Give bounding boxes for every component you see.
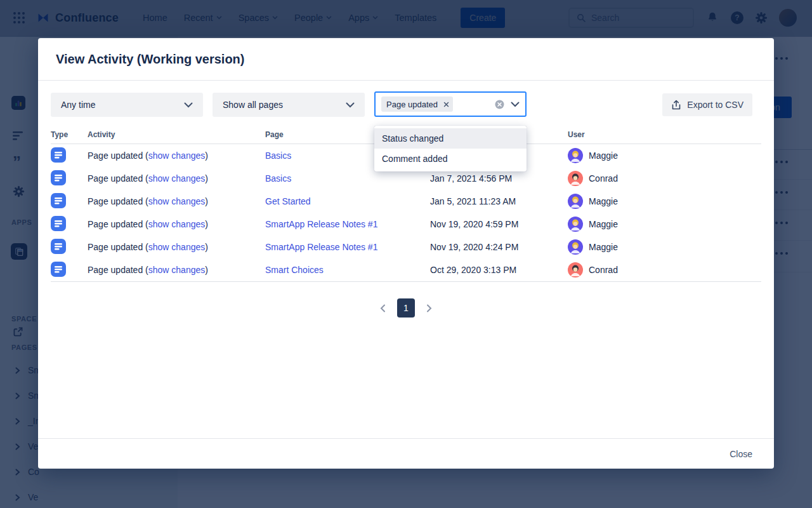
view-activity-modal: View Activity (Working version) Any time…	[38, 38, 774, 469]
clear-select-icon[interactable]	[495, 100, 504, 109]
date-cell: Oct 29, 2020 3:13 PM	[430, 265, 568, 275]
show-changes-link[interactable]: show changes	[148, 196, 206, 206]
page-number-button[interactable]: 1	[397, 298, 415, 318]
activity-tag[interactable]: Page updated	[381, 97, 453, 112]
chevron-down-icon	[511, 102, 520, 107]
time-filter-select[interactable]: Any time	[51, 93, 203, 117]
show-changes-link[interactable]: show changes	[148, 265, 206, 275]
user-name: Maggie	[589, 196, 618, 206]
chevron-down-icon	[346, 102, 355, 108]
activity-type-multiselect[interactable]: Page updated	[374, 91, 527, 117]
user-avatar	[568, 239, 583, 255]
table-row: Page updated (show changes) SmartApp Rel…	[51, 236, 761, 258]
prev-page-icon[interactable]	[377, 302, 388, 315]
col-header-activity: Activity	[88, 130, 265, 139]
remove-tag-icon[interactable]	[442, 100, 450, 109]
show-changes-link[interactable]: show changes	[148, 242, 206, 252]
table-row: Page updated (show changes) Get Started …	[51, 190, 761, 213]
modal-footer: Close	[38, 438, 774, 469]
pagination: 1	[38, 298, 774, 318]
table-row: Page updated (show changes) SmartApp Rel…	[51, 213, 761, 236]
user-name: Conrad	[589, 265, 618, 275]
modal-title: View Activity (Working version)	[56, 52, 244, 67]
user-avatar	[568, 148, 583, 163]
user-avatar	[568, 217, 583, 232]
table-row: Page updated (show changes) Smart Choice…	[51, 258, 761, 281]
activity-type-dropdown-menu: Status changed Comment added	[374, 126, 527, 171]
date-cell: Nov 19, 2020 4:24 PM	[430, 242, 568, 252]
user-name: Conrad	[589, 173, 618, 184]
modal-header: View Activity (Working version)	[38, 38, 774, 81]
show-changes-link[interactable]: show changes	[148, 219, 206, 229]
page-type-icon	[51, 193, 66, 208]
export-icon	[671, 100, 681, 110]
pages-filter-select[interactable]: Show all pages	[213, 93, 365, 117]
show-changes-link[interactable]: show changes	[148, 150, 206, 161]
nav-dim-overlay	[0, 0, 812, 37]
user-name: Maggie	[589, 219, 618, 229]
page-link[interactable]: Get Started	[265, 196, 311, 206]
user-avatar	[568, 194, 583, 209]
user-avatar	[568, 171, 583, 186]
page-link[interactable]: Basics	[265, 150, 291, 161]
page-link[interactable]: Smart Choices	[265, 265, 324, 275]
page-link[interactable]: Basics	[265, 173, 291, 184]
page-type-icon	[51, 216, 66, 231]
page-type-icon	[51, 170, 66, 185]
date-cell: Nov 19, 2020 4:59 PM	[430, 219, 568, 229]
date-cell: Jan 7, 2021 4:56 PM	[430, 173, 568, 184]
close-button[interactable]: Close	[730, 449, 752, 459]
next-page-icon[interactable]	[424, 302, 435, 315]
user-name: Maggie	[589, 150, 618, 161]
user-avatar	[568, 262, 583, 277]
user-name: Maggie	[589, 242, 618, 252]
export-csv-button[interactable]: Export to CSV	[662, 93, 752, 116]
page-type-icon	[51, 239, 66, 254]
page-link[interactable]: SmartApp Release Notes #1	[265, 219, 377, 229]
show-changes-link[interactable]: show changes	[148, 173, 206, 184]
menu-option-comment-added[interactable]: Comment added	[374, 149, 527, 169]
col-header-type: Type	[51, 130, 88, 139]
chevron-down-icon	[184, 102, 193, 108]
menu-option-status-changed[interactable]: Status changed	[374, 128, 527, 149]
page-type-icon	[51, 262, 66, 277]
col-header-user: User	[568, 130, 761, 139]
date-cell: Jan 5, 2021 11:23 AM	[430, 196, 568, 206]
page-type-icon	[51, 147, 66, 163]
page-link[interactable]: SmartApp Release Notes #1	[265, 242, 377, 252]
